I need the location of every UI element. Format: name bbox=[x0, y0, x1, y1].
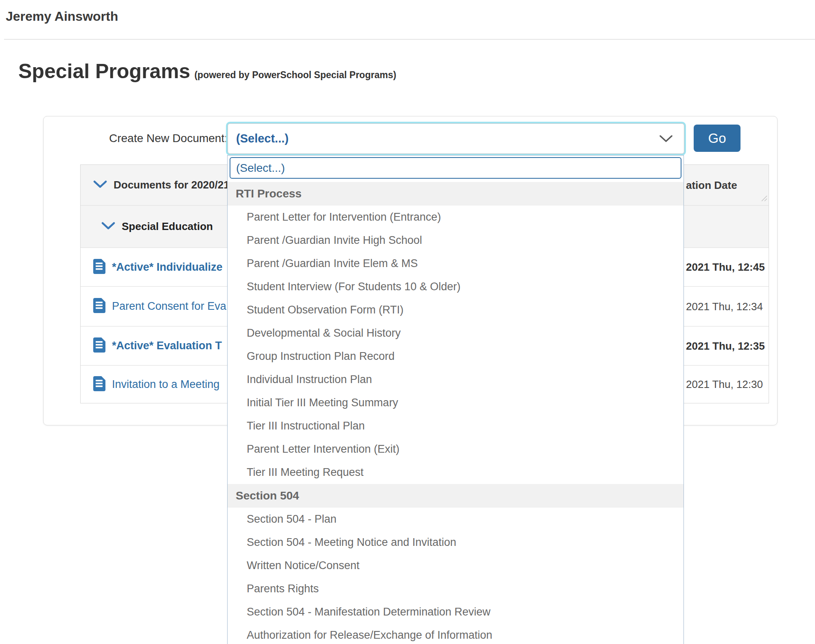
student-name: Jeremy Ainsworth bbox=[6, 9, 118, 24]
document-date: 2021 Thu, 12:34 bbox=[686, 300, 763, 313]
page: Jeremy Ainsworth Special Programs (power… bbox=[0, 0, 815, 644]
dropdown-option[interactable]: Parent Letter for Intervention (Entrance… bbox=[228, 206, 684, 229]
document-icon bbox=[93, 298, 105, 315]
date-column-header: ation Date bbox=[686, 179, 737, 191]
dropdown-option[interactable]: Student Observation Form (RTI) bbox=[228, 298, 684, 322]
document-link[interactable]: *Active* Individualize bbox=[112, 261, 223, 274]
dropdown-option[interactable]: Authorization for Release/Exchange of In… bbox=[228, 624, 684, 644]
select-value: (Select...) bbox=[236, 132, 289, 145]
document-link[interactable]: Parent Consent for Eva bbox=[112, 300, 226, 313]
dropdown-option[interactable]: Parent /Guardian Invite Elem & MS bbox=[228, 252, 684, 275]
dropdown-option-select[interactable]: (Select...) bbox=[230, 157, 681, 179]
page-subtitle: (powered by PowerSchool Special Programs… bbox=[194, 70, 396, 81]
document-link[interactable]: *Active* Evaluation T bbox=[112, 340, 222, 352]
dropdown-option[interactable]: Developmental & Social History bbox=[228, 322, 684, 345]
document-icon bbox=[93, 259, 105, 276]
documents-year-label: Documents for 2020/21 bbox=[114, 179, 230, 191]
chevron-down-icon bbox=[659, 135, 673, 144]
page-heading: Special Programs (powered by PowerSchool… bbox=[18, 59, 396, 83]
document-icon bbox=[93, 337, 105, 354]
create-document-select[interactable]: (Select...) bbox=[228, 123, 684, 154]
document-date: 2021 Thu, 12:45 bbox=[686, 261, 765, 274]
resize-grip-icon bbox=[761, 195, 767, 203]
document-type-dropdown: (Select...) RTI ProcessParent Letter for… bbox=[227, 155, 684, 644]
dropdown-option[interactable]: Section 504 - Meeting Notice and Invitat… bbox=[228, 531, 684, 554]
page-title: Special Programs bbox=[18, 59, 190, 83]
dropdown-option[interactable]: Section 504 - Plan bbox=[228, 508, 684, 531]
dropdown-option[interactable]: Tier III Meeting Request bbox=[228, 461, 684, 484]
dropdown-option[interactable]: Initial Tier III Meeting Summary bbox=[228, 391, 684, 414]
dropdown-option[interactable]: Section 504 - Manifestation Determinatio… bbox=[228, 600, 684, 624]
dropdown-option[interactable]: Parent Letter Intervention (Exit) bbox=[228, 438, 684, 461]
chevron-down-icon[interactable] bbox=[101, 222, 115, 232]
document-icon bbox=[93, 376, 105, 393]
go-button[interactable]: Go bbox=[694, 125, 741, 152]
create-new-document-label: Create New Document: bbox=[68, 132, 228, 145]
special-education-label: Special Education bbox=[122, 220, 213, 233]
dropdown-option[interactable]: Group Instruction Plan Record bbox=[228, 345, 684, 368]
dropdown-group-label: Section 504 bbox=[228, 484, 684, 508]
dropdown-option[interactable]: Student Interview (For Students 10 & Old… bbox=[228, 275, 684, 298]
chevron-down-icon[interactable] bbox=[93, 180, 107, 190]
dropdown-option[interactable]: Parents Rights bbox=[228, 577, 684, 600]
dropdown-option[interactable]: Individual Instruction Plan bbox=[228, 368, 684, 391]
dropdown-option[interactable]: Written Notice/Consent bbox=[228, 554, 684, 577]
dropdown-option[interactable]: Tier III Instructional Plan bbox=[228, 414, 684, 438]
document-link[interactable]: Invitation to a Meeting bbox=[112, 378, 219, 391]
dropdown-option[interactable]: Parent /Guardian Invite High School bbox=[228, 229, 684, 252]
document-date: 2021 Thu, 12:30 bbox=[686, 378, 763, 391]
dropdown-group-label: RTI Process bbox=[228, 182, 684, 206]
header-divider bbox=[4, 39, 815, 39]
document-date: 2021 Thu, 12:35 bbox=[686, 340, 765, 352]
